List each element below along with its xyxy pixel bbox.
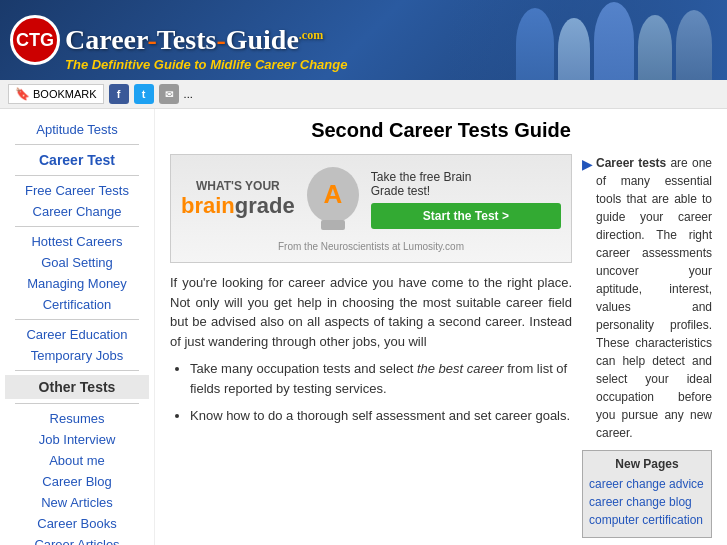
sidebar-item-aptitude-tests[interactable]: Aptitude Tests: [5, 119, 149, 140]
person-silhouette-4: [638, 15, 672, 80]
lumosity-credit: From the Neuroscientists at Lumosity.com: [181, 241, 561, 252]
email-icon[interactable]: ✉: [159, 84, 179, 104]
person-silhouette-2: [558, 18, 590, 80]
sidebar-item-hottest-careers[interactable]: Hottest Careers: [5, 231, 149, 252]
person-silhouette-3: [594, 2, 634, 80]
brain-grade-logo: braingrade: [181, 193, 295, 219]
brain-grade-ad: WHAT'S YOUR braingrade: [170, 154, 572, 263]
sidebar-item-about-me[interactable]: About me: [5, 450, 149, 471]
sidebar-item-career-blog[interactable]: Career Blog: [5, 471, 149, 492]
start-test-button[interactable]: Start the Test >: [371, 203, 561, 229]
brain-icon-area: WHAT'S YOUR braingrade: [181, 179, 295, 219]
brain-grade-main: WHAT'S YOUR braingrade: [181, 165, 561, 233]
brain-head-svg: A: [303, 165, 363, 230]
facebook-icon[interactable]: f: [109, 84, 129, 104]
sidebar-item-managing-money[interactable]: Managing Money: [5, 273, 149, 294]
sidebar-other-tests-heading: Other Tests: [5, 375, 149, 399]
brain-grade-right: A Take the free BrainGrade test! Start t…: [303, 165, 561, 233]
sidebar-item-job-interview[interactable]: Job Interview: [5, 429, 149, 450]
bookmark-button[interactable]: 🔖 BOOKMARK: [8, 84, 104, 104]
sidebar-item-goal-setting[interactable]: Goal Setting: [5, 252, 149, 273]
site-logo[interactable]: CTG Career-Tests-Guide.com: [10, 15, 323, 65]
logo-text: Career-Tests-Guide.com: [65, 24, 323, 56]
bullet-item-1: Take many occupation tests and select th…: [190, 359, 572, 398]
bullet-2-text: Know how to do a thorough self assessmen…: [190, 408, 570, 423]
svg-text:A: A: [323, 179, 342, 209]
twitter-icon[interactable]: t: [134, 84, 154, 104]
logo-icon: CTG: [10, 15, 60, 65]
right-description: Career tests are one of many essential t…: [596, 154, 712, 442]
svg-rect-1: [321, 220, 345, 230]
person-silhouette-5: [676, 10, 712, 80]
brain-icon-container: A: [303, 165, 363, 233]
main-layout: Aptitude Tests Career Test Free Career T…: [0, 109, 727, 545]
site-header: CTG Career-Tests-Guide.com The Definitiv…: [0, 0, 727, 80]
page-title: Second Career Tests Guide: [170, 119, 712, 142]
more-options[interactable]: ...: [184, 88, 193, 100]
sidebar: Aptitude Tests Career Test Free Career T…: [0, 109, 155, 545]
person-silhouette-1: [516, 8, 554, 80]
main-content: Second Career Tests Guide WHAT'S YOUR br…: [155, 109, 727, 545]
brain-text-area: Take the free BrainGrade test! Start the…: [371, 170, 561, 229]
new-pages-title: New Pages: [589, 457, 705, 471]
bullet-list: Take many occupation tests and select th…: [190, 359, 572, 426]
sidebar-item-career-test[interactable]: Career Test: [5, 149, 149, 171]
sidebar-item-new-articles[interactable]: New Articles: [5, 492, 149, 513]
new-pages-link-3[interactable]: computer certification: [589, 513, 705, 527]
take-free-text: Take the free BrainGrade test!: [371, 170, 561, 198]
sidebar-item-career-articles[interactable]: Career Articles: [5, 534, 149, 545]
bookmark-icon: 🔖: [15, 87, 30, 101]
intro-paragraph-2: If you're looking for career advice you …: [170, 273, 572, 351]
sidebar-item-career-education[interactable]: Career Education: [5, 324, 149, 345]
bookmark-bar: 🔖 BOOKMARK f t ✉ ...: [0, 80, 727, 109]
career-tests-strong: Career tests: [596, 156, 666, 170]
career-tests-rest: are one of many essential tools that are…: [596, 156, 712, 440]
sidebar-item-career-change[interactable]: Career Change: [5, 201, 149, 222]
bullet-item-2: Know how to do a thorough self assessmen…: [190, 406, 572, 426]
intro-para2-text: If you're looking for career advice you …: [170, 275, 572, 349]
new-pages-link-2[interactable]: career change blog: [589, 495, 705, 509]
below-ad-content: If you're looking for career advice you …: [170, 273, 572, 426]
content-inner: WHAT'S YOUR braingrade: [170, 154, 712, 538]
bullet-1-em: the best career: [417, 361, 504, 376]
whats-your-text: WHAT'S YOUR: [181, 179, 295, 193]
bullet-1-before: Take many occupation tests and select: [190, 361, 417, 376]
sidebar-item-free-career-tests[interactable]: Free Career Tests: [5, 180, 149, 201]
content-right: ▶ Career tests are one of many essential…: [582, 154, 712, 538]
sidebar-item-resumes[interactable]: Resumes: [5, 408, 149, 429]
new-pages-link-1[interactable]: career change advice: [589, 477, 705, 491]
new-pages-box: New Pages career change advice career ch…: [582, 450, 712, 538]
content-left: WHAT'S YOUR braingrade: [170, 154, 572, 538]
sidebar-item-career-books[interactable]: Career Books: [5, 513, 149, 534]
play-arrow-icon: ▶: [582, 156, 593, 442]
article-intro: ▶ Career tests are one of many essential…: [582, 154, 712, 442]
sidebar-item-certification[interactable]: Certification: [5, 294, 149, 315]
header-people-decoration: [447, 0, 727, 80]
sidebar-item-temporary-jobs[interactable]: Temporary Jobs: [5, 345, 149, 366]
bookmark-label: BOOKMARK: [33, 88, 97, 100]
